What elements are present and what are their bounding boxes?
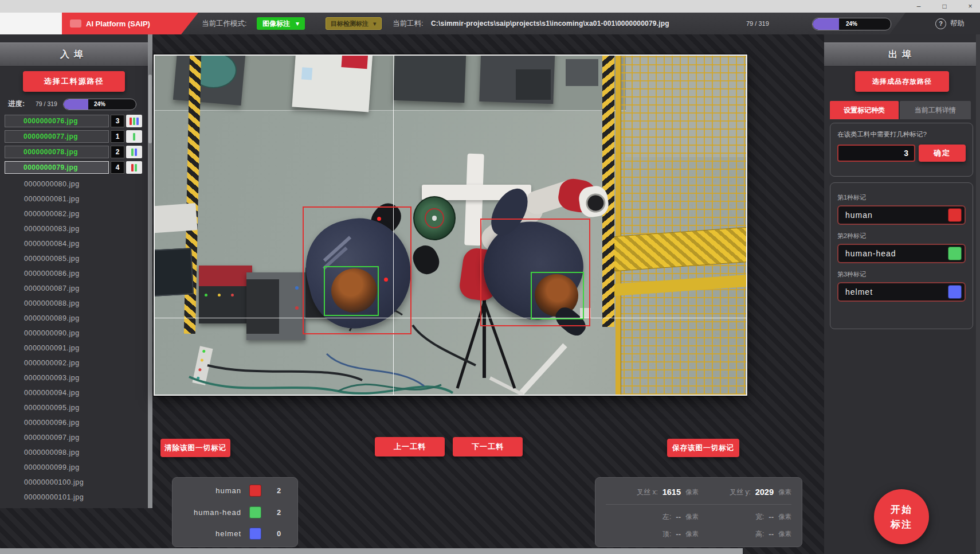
crosshair-x-label: 叉丝 x: — [637, 487, 658, 497]
pixel-unit: 像素 — [778, 513, 791, 521]
marker-type-group: 第2种标记human-head — [837, 232, 966, 263]
file-name: 0000000078.jpg — [5, 146, 109, 158]
mode-dropdown-detection-annotation[interactable]: 目标检测标注 ▾ — [326, 17, 382, 30]
marker-name-input[interactable]: human — [837, 205, 966, 225]
file-list-item-selected[interactable]: 0000000079.jpg4 — [5, 161, 142, 174]
annotation-canvas[interactable] — [154, 54, 747, 396]
input-panel: 入埠 选择工料源路径 进度: 79 / 319 24% 0000000076.j… — [0, 34, 148, 508]
clear-annotations-button[interactable]: 清除该图一切标记 — [160, 439, 230, 457]
box-height-label: 高: — [755, 529, 764, 539]
file-list-item[interactable]: 0000000088.jpg — [5, 296, 142, 311]
file-list-item[interactable]: 0000000098.jpg — [5, 445, 142, 460]
save-annotations-button[interactable]: 保存该图一切标记 — [667, 439, 739, 457]
marker-name-value: human — [845, 210, 948, 220]
annotation-count-badge: 2 — [111, 146, 124, 158]
restore-icon[interactable]: □ — [936, 2, 953, 11]
box-left-readout: 左: -- 像素 — [606, 512, 699, 522]
mode-dropdown-image-annotation[interactable]: 图像标注 ▾ — [257, 17, 305, 30]
marker-type-group: 第1种标记human — [837, 193, 966, 225]
file-list-item[interactable]: 0000000080.jpg — [5, 177, 142, 192]
file-list-item[interactable]: 0000000083.jpg — [5, 221, 142, 236]
marker-type-label: 第3种标记 — [837, 270, 966, 279]
output-panel-scrollbar[interactable] — [976, 34, 980, 554]
tab-set-marker-types[interactable]: 设置标记种类 — [830, 101, 899, 119]
file-list-item[interactable]: 0000000078.jpg2 — [5, 146, 142, 158]
file-list-item[interactable]: 0000000076.jpg3 — [5, 115, 142, 127]
marker-color-swatch[interactable] — [948, 285, 962, 299]
scene-robot-disc — [413, 196, 456, 240]
file-list-item[interactable]: 0000000095.jpg — [5, 400, 142, 415]
file-list-item[interactable]: 0000000094.jpg — [5, 385, 142, 400]
file-list-item[interactable]: 0000000077.jpg1 — [5, 130, 142, 143]
legend-row: human-head2 — [182, 506, 288, 518]
header-progress-count: 79 / 319 — [746, 13, 769, 34]
file-list-item[interactable]: 0000000089.jpg — [5, 311, 142, 326]
file-list-item[interactable]: 0000000099.jpg — [5, 460, 142, 475]
legend-label: helmet — [182, 529, 241, 538]
tab-workpiece-details[interactable]: 当前工料详情 — [900, 101, 971, 119]
marker-type-label: 第1种标记 — [837, 193, 966, 202]
file-list-scrollbar-thumb[interactable] — [148, 75, 152, 143]
file-list-item[interactable]: 0000000093.jpg — [5, 370, 142, 385]
chevron-down-icon: ▾ — [296, 17, 299, 30]
file-list-item[interactable]: 0000000087.jpg — [5, 281, 142, 296]
marker-count-input[interactable]: 3 — [837, 145, 915, 162]
next-workpiece-button[interactable]: 下一工料 — [453, 437, 523, 457]
file-list-item[interactable]: 0000000082.jpg — [5, 206, 142, 221]
marker-name-input[interactable]: helmet — [837, 282, 966, 302]
annotation-count-badge: 1 — [111, 130, 124, 143]
file-name: 0000000076.jpg — [5, 115, 109, 127]
start-button-line2: 标注 — [874, 518, 929, 531]
marker-name-input[interactable]: human-head — [837, 244, 966, 263]
brand-band: AI Platform (SAIP) — [62, 13, 198, 34]
brand-title: AI Platform (SAIP) — [86, 19, 150, 28]
pixel-unit: 像素 — [685, 513, 699, 521]
confirm-button[interactable]: 确定 — [919, 145, 966, 162]
close-icon[interactable]: × — [962, 2, 979, 11]
input-panel-title: 入埠 — [0, 42, 148, 67]
help-label: 帮助 — [950, 19, 965, 29]
legend-count: 2 — [269, 486, 288, 495]
previous-workpiece-button[interactable]: 上一工料 — [375, 437, 445, 457]
header-progress-percent: 24% — [813, 18, 891, 30]
box-width-label: 宽: — [755, 512, 764, 522]
bottom-strip — [0, 548, 743, 554]
file-list-item[interactable]: 0000000096.jpg — [5, 415, 142, 430]
marker-types-box: 第1种标记human第2种标记human-head第3种标记helmet — [830, 182, 973, 329]
file-list-item[interactable]: 0000000084.jpg — [5, 236, 142, 251]
legend-label: human — [182, 486, 241, 495]
pixel-unit: 像素 — [685, 488, 699, 497]
header-progress-bar: 24% — [812, 18, 891, 30]
readout-divider — [606, 504, 791, 505]
help-button[interactable]: ? 帮助 — [935, 13, 965, 34]
box-left-value: -- — [676, 513, 681, 521]
annotation-count-badge: 4 — [111, 161, 124, 174]
file-list-item[interactable]: 00000000101.jpg — [5, 490, 142, 505]
select-source-path-button[interactable]: 选择工料源路径 — [23, 71, 125, 92]
legend-row: human2 — [182, 485, 288, 497]
bounding-box-human-head[interactable] — [324, 266, 379, 316]
help-icon: ? — [935, 18, 946, 29]
bounding-box-human-head[interactable] — [531, 272, 584, 319]
start-annotation-button[interactable]: 开始 标注 — [874, 489, 929, 544]
crosshair-x-value: 1615 — [663, 487, 681, 497]
legend-label: human-head — [182, 508, 241, 517]
select-output-path-button[interactable]: 选择成品存放路径 — [855, 71, 949, 92]
file-list-item[interactable]: 0000000092.jpg — [5, 356, 142, 370]
file-list-item[interactable]: 0000000090.jpg — [5, 326, 142, 341]
chevron-down-icon: ▾ — [373, 18, 377, 29]
box-top-label: 顶: — [663, 529, 671, 539]
file-list-item[interactable]: 00000000100.jpg — [5, 475, 142, 490]
marker-color-swatch[interactable] — [948, 247, 962, 260]
marker-color-swatch[interactable] — [948, 208, 962, 222]
file-name: 0000000079.jpg — [5, 161, 109, 174]
output-panel: 出埠 选择成品存放路径 设置标记种类 当前工料详情 在该类工料中需要打几种标记?… — [824, 34, 980, 554]
file-list-item[interactable]: 0000000085.jpg — [5, 251, 142, 266]
file-list-item[interactable]: 0000000086.jpg — [5, 266, 142, 281]
file-list-item[interactable]: 0000000097.jpg — [5, 430, 142, 445]
file-list-item[interactable]: 0000000091.jpg — [5, 341, 142, 356]
minimize-icon[interactable]: – — [910, 2, 927, 11]
box-left-label: 左: — [663, 512, 671, 522]
crosshair-y-readout: 叉丝 y: 2029 像素 — [699, 487, 791, 497]
file-list-item[interactable]: 0000000081.jpg — [5, 192, 142, 206]
